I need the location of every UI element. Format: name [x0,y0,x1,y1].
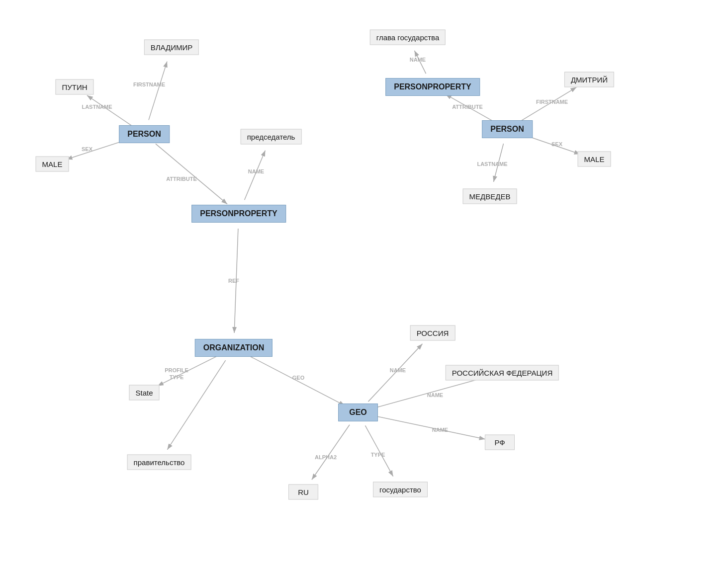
edge-label-8: SEX [551,141,562,147]
edge-label-10: REF [228,278,239,284]
node-gosudarstvo[interactable]: государство [373,482,428,497]
svg-line-5 [245,151,266,200]
edge-label-6: ATTRIBUTE [452,104,483,110]
node-rf[interactable]: РФ [485,435,515,450]
node-vladimir[interactable]: ВЛАДИМИР [144,40,199,55]
node-person1[interactable]: PERSON [119,125,170,143]
graph-container: PERSONPERSONPERSONPROPERTYPERSONPROPERTY… [0,0,728,567]
svg-line-16 [372,377,488,408]
edge-label-5: NAME [410,57,426,63]
edge-label-14: NAME [390,367,406,373]
svg-line-18 [365,425,393,476]
edge-label-4: NAME [248,168,264,174]
svg-line-17 [372,415,485,439]
edge-label-18: ALPHA2 [315,454,337,460]
edge-label-11: PROFILE [165,367,188,373]
edge-label-15: NAME [427,392,443,398]
svg-line-12 [158,354,220,386]
svg-line-7 [446,94,494,122]
edge-label-7: FIRSTNAME [536,99,568,105]
svg-line-1 [87,95,132,126]
svg-line-4 [156,144,227,204]
node-organization[interactable]: ORGANIZATION [195,339,273,357]
edges-svg [0,0,728,567]
edge-label-11: TYPE [170,374,184,380]
edge-label-17: TYPE [371,452,385,458]
svg-line-13 [167,360,225,450]
node-state[interactable]: State [129,385,159,401]
svg-line-19 [312,425,350,480]
edge-label-0: LASTNAME [82,104,112,110]
node-putin[interactable]: ПУТИН [55,80,93,95]
node-personprop1[interactable]: PERSONPROPERTY [191,205,286,223]
edge-label-3: ATTRIBUTE [166,176,197,182]
edge-label-16: NAME [432,427,448,433]
node-rossiya[interactable]: РОССИЯ [410,325,455,341]
svg-line-15 [368,344,423,402]
node-male2[interactable]: MALE [578,152,611,167]
node-medvedev[interactable]: МЕДВЕДЕВ [463,189,517,204]
edge-label-1: FIRSTNAME [133,81,165,87]
svg-line-6 [414,51,426,74]
svg-line-8 [520,87,577,122]
node-person2[interactable]: PERSON [482,120,533,138]
edge-label-2: SEX [82,146,92,152]
node-glava[interactable]: глава государства [370,30,446,45]
node-male1[interactable]: MALE [36,157,69,172]
svg-line-10 [494,144,504,182]
svg-line-2 [149,62,167,120]
edge-label-13: GEO [292,375,304,381]
node-pravitelstvo[interactable]: правительство [127,455,191,470]
node-dmitriy[interactable]: ДМИТРИЙ [564,72,614,87]
node-predsedatel[interactable]: председатель [241,129,302,145]
edge-label-9: LASTNAME [477,161,507,167]
node-personprop2[interactable]: PERSONPROPERTY [385,78,480,96]
svg-line-11 [234,229,238,333]
node-ru[interactable]: RU [288,485,318,500]
node-rossfed[interactable]: РОССИЙСКАЯ ФЕДЕРАЦИЯ [446,365,559,381]
node-geo[interactable]: GEO [338,404,378,421]
svg-line-14 [247,355,345,405]
